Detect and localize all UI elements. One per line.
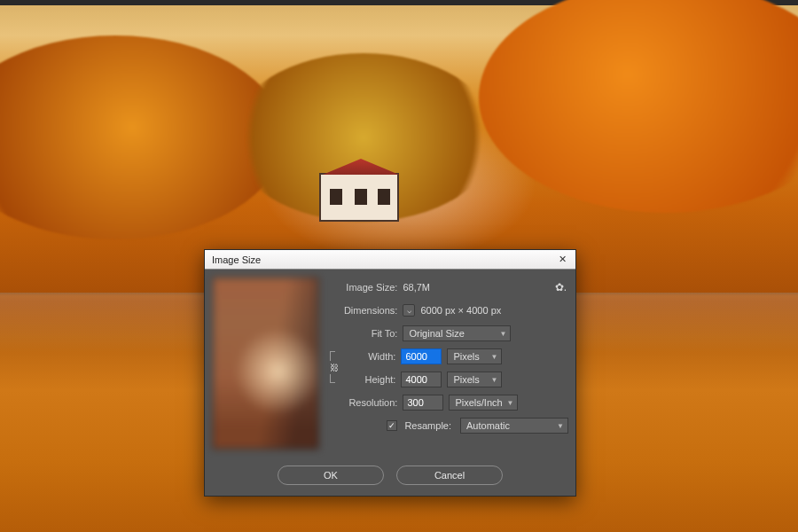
resolution-label: Resolution: <box>328 397 397 408</box>
gear-icon[interactable]: ✿. <box>555 281 568 293</box>
ok-button[interactable]: OK <box>278 466 384 485</box>
photo-foliage <box>479 0 798 213</box>
height-unit-value: Pixels <box>453 374 479 385</box>
link-icon: ⛓ <box>330 361 339 374</box>
chevron-down-icon: ▼ <box>557 422 564 430</box>
cancel-button[interactable]: Cancel <box>396 466 503 485</box>
resample-value: Automatic <box>466 420 510 431</box>
chevron-down-icon: ▼ <box>491 376 498 384</box>
preview-thumbnail[interactable] <box>212 277 319 450</box>
height-input[interactable] <box>401 372 442 387</box>
width-unit-value: Pixels <box>453 351 479 362</box>
fit-to-value: Original Size <box>409 328 464 339</box>
fit-to-label: Fit To: <box>328 328 397 339</box>
image-size-form: Image Size: 68,7M ✿. Dimensions: ⌵ 6000 … <box>328 277 568 450</box>
chevron-down-icon: ▼ <box>507 399 514 407</box>
fit-to-select[interactable]: Original Size ▼ <box>403 325 511 341</box>
chevron-down-icon: ▼ <box>491 353 498 361</box>
resolution-unit-value: Pixels/Inch <box>455 397 502 408</box>
dialog-titlebar[interactable]: Image Size ✕ <box>205 250 575 270</box>
photo-cabin <box>319 173 399 222</box>
resolution-input[interactable] <box>403 395 443 411</box>
dialog-title: Image Size <box>212 254 261 265</box>
resample-method-select[interactable]: Automatic ▼ <box>460 418 568 434</box>
height-unit-select[interactable]: Pixels ▼ <box>447 372 502 387</box>
dimensions-dropdown[interactable]: ⌵ <box>403 304 415 317</box>
width-input[interactable] <box>401 348 442 364</box>
resample-label: Resample: <box>404 420 451 431</box>
height-label: Height: <box>339 374 395 385</box>
width-unit-select[interactable]: Pixels ▼ <box>447 348 502 364</box>
resolution-unit-select[interactable]: Pixels/Inch ▼ <box>449 395 518 411</box>
dimensions-value: 6000 px × 4000 px <box>420 305 501 316</box>
image-size-value: 68,7M <box>403 282 430 293</box>
image-size-dialog: Image Size ✕ Image Size: 68,7M ✿. Dimens… <box>204 249 576 497</box>
chevron-down-icon: ▼ <box>500 330 507 338</box>
image-size-label: Image Size: <box>328 282 397 293</box>
close-icon[interactable]: ✕ <box>554 253 570 267</box>
width-label: Width: <box>339 351 395 362</box>
resample-checkbox[interactable]: ✓ <box>387 420 397 431</box>
constrain-proportions-toggle[interactable]: ⛓ <box>328 348 340 387</box>
dimensions-label: Dimensions: <box>328 305 397 316</box>
document-canvas[interactable]: Image Size ✕ Image Size: 68,7M ✿. Dimens… <box>0 0 798 532</box>
